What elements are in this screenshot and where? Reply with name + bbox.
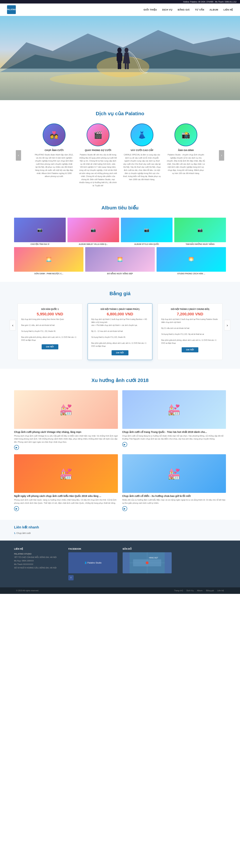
album-img-0: 📷 [14,218,66,242]
trend-arrow-co-dien[interactable]: ▶ [122,506,127,511]
service-circle-anh-gia-dinh: 📸 [175,123,197,146]
quick-links-section: Liên kết nhanh Chụp ảnh cưới [0,520,240,540]
trend-arrow-trung-quoc[interactable]: ▶ [122,442,127,447]
hotline-text: Hotline: Palatino: 09 3434: 374/489 - Ms… [183,1,237,3]
footer-phone1: Ms Nụy: 0904.158XXX [14,559,63,563]
pricing-prev-btn[interactable]: ‹ [10,320,16,331]
trend-title-han-quoc-style: Ngất ngây với phong cách chụp ảnh cưới k… [14,495,118,497]
footer-extra [177,548,226,580]
services-prev-btn[interactable]: ‹ [16,150,21,161]
price-desc-han-quoc-1: Đội chụp ảnh trong phim trường theo them… [21,318,79,342]
album-label-3: TAM ĐẢO NHỮNG NGÀY NẮNG [174,243,226,245]
nav-item-gioi-thieu[interactable]: GIỚI THIỆU [143,8,157,11]
facebook-btn[interactable]: f [68,575,74,580]
service-title-quay-phong-su-cuoi: QUAY PHONG SỰ CƯỚI [79,149,117,152]
price-amount-noi-thanh-2: 7,200,000 VND [161,312,219,316]
album-bottom-1[interactable]: 🌅 ĐÀ NẴNG NGÀY NẮNG ĐẸP [85,247,155,275]
price-card-han-quoc-1: GÓI HÀN QUỐC 1 5,950,000 VND Đội chụp ản… [18,303,82,360]
price-label-noi-thanh-2: GÓI NỘI THÀNH 2 (NGÀY CHUNG ĐÔI) [161,308,219,310]
footer-address2: SỐ 54 NGÕ 9 HOÀNG CẦU, ĐỐNG ĐA, HÀ NỘI [14,566,63,570]
logo-box: PALATINO [7,5,16,14]
price-btn-noi-thanh-2[interactable]: CHI TIẾT [182,347,198,352]
trend-arrow-vintage[interactable]: ▶ [14,445,19,450]
facebook-box[interactable]: 📘 Palatino Studio [68,552,117,574]
logo: PALATINO [7,5,16,14]
trend-img-han-quoc-style: 💒 [14,454,118,493]
footer-map: HÀNG BỘT [123,552,172,574]
trend-item-trung-quoc: 💒 Chụp ảnh cưới cổ trang Trung Quốc - Tr… [122,390,226,450]
footer-link-liên-hệ[interactable]: Liên hệ [217,589,224,592]
footer-link-album[interactable]: Album [197,589,203,592]
nav-menu: GIỚI THIỆUDỊCH VỤBẢNG GIÁTƯ VẤNALBUMLIÊN… [143,8,233,11]
album-label-b-0: SƠN OANH - PHIM NGƯỢC C... [14,273,83,275]
trends-title: Xu hướng ảnh cưới 2018 [14,377,226,383]
album-top-1[interactable]: 📷 ALBUM SMILEY VILLA HÀN Q... [68,218,119,245]
service-circle-quay-phong-su-cuoi: 🎬 [87,123,109,146]
footer: LIÊN HỆ PALATINO STUDIO YẾT TÔ CHỢ CỦA Đ… [0,540,240,587]
svg-rect-8 [117,53,119,61]
trend-desc-co-dien: Nhiều đôi của xu hướng đám cưới kiểu Mộc… [122,498,226,505]
price-label-han-quoc-1: GÓI HÀN QUỐC 1 [21,308,79,310]
service-desc-quay-phong-su-cuoi: Palatino Studio đề vết nhu cầu là đề tro… [79,153,117,187]
service-item-quay-phong-su-cuoi: 🎬 QUAY PHONG SỰ CƯỚI Palatino Studio đề … [79,123,117,187]
pricing-next-btn[interactable]: › [224,320,230,331]
album-img-1: 📷 [68,218,119,242]
album-img-2: 📷 [121,218,172,242]
studio-name: PALATINO STUDIO [14,553,31,555]
hero-svg [0,16,240,100]
price-btn-han-quoc-1[interactable]: CHI TIẾT [42,344,58,349]
footer-link-trang-chủ[interactable]: Trang chủ [174,589,183,592]
album-label-0: CHUYỆN TÌNH BA VÌ [14,243,66,245]
albums-section: Album tiêu biểu 📷 CHUYỆN TÌNH BA VÌ 📷 AL… [0,198,240,282]
album-label-2: ALBUM STYLE HÀN QUỐC [121,243,172,245]
footer-link-dịch-vụ[interactable]: Dịch Vụ [187,589,194,592]
album-top-2[interactable]: 📷 ALBUM STYLE HÀN QUỐC [121,218,172,245]
nav-item-album[interactable]: ALBUM [209,8,218,11]
service-title-anh-gia-dinh: ẢNH GIA ĐÌNH [166,149,205,152]
service-desc-vay-cuoi-cao-cap: CARALE SPECIAL là đơn vị cung cấp các dị… [123,153,161,181]
hero-banner [0,16,240,100]
service-title-chup-anh-cuoi: CHỤP ẢNH CƯỚI [35,149,74,152]
nav-item-lien-he[interactable]: LIÊN HỆ [223,8,233,11]
footer-grid: LIÊN HỆ PALATINO STUDIO YẾT TÔ CHỢ CỦA Đ… [14,548,226,580]
navigation: PALATINO GIỚI THIỆUDỊCH VỤBẢNG GIÁTƯ VẤN… [0,3,240,16]
pricing-title: Bảng giá [18,290,222,297]
services-next-btn[interactable]: › [219,150,224,161]
footer-bottom-links: Trang chủDịch VụAlbumBảng giáLiên hệ [174,589,224,592]
trend-desc-trung-quoc: Chụp ảnh cưới cổ trang đang là xu hướng … [122,434,226,441]
service-desc-anh-gia-dinh: Palatino Studio - chuyên chụp ảnh chuyên… [166,153,205,175]
album-bottom-2[interactable]: 🌅 STUDIO PHONG CÁCH HÀN ... [157,247,226,275]
price-label-noi-thanh-1: GÓI NỘI THÀNH 1 (NGÀY HẠNH PHÚC) [91,308,149,310]
svg-rect-11 [119,63,121,69]
logo-text: PALATINO [7,9,16,11]
trend-arrow-han-quoc-style[interactable]: ▶ [14,506,19,511]
trend-title-vintage: Chụp ảnh cưới phong cách Vintage nhẹ nhà… [14,431,118,433]
svg-point-5 [97,56,149,78]
album-top-0[interactable]: 📷 CHUYỆN TÌNH BA VÌ [14,218,66,245]
footer-contact-title: LIÊN HỆ [14,548,63,550]
quick-link-0[interactable]: Chụp ảnh cưới [14,532,226,534]
footer-facebook: FACEBOOK 📘 Palatino Studio f [68,548,117,580]
service-circle-chup-anh-cuoi: 💑 [43,123,65,146]
nav-item-bang-gia[interactable]: BẢNG GIÁ [178,8,190,11]
album-bottom-0[interactable]: 🌅 SƠN OANH - PHIM NGƯỢC C... [14,247,83,275]
pricing-grid: GÓI HÀN QUỐC 1 5,950,000 VND Đội chụp ản… [18,303,222,360]
nav-item-tu-van[interactable]: TƯ VẤN [195,8,204,11]
trend-item-vintage: 💒 Chụp ảnh cưới phong cách Vintage nhẹ n… [14,390,118,450]
trend-item-han-quoc-style: 💒 Ngất ngây với phong cách chụp ảnh cưới… [14,454,118,511]
footer-facebook-title: FACEBOOK [68,548,117,550]
price-amount-noi-thanh-1: 6,800,000 VND [91,312,149,316]
svg-rect-9 [120,53,122,61]
footer-link-bảng-giá[interactable]: Bảng giá [206,589,214,592]
copyright: © 2019 All rights reserved. [16,589,39,592]
trends-grid: 💒 Chụp ảnh cưới phong cách Vintage nhẹ n… [14,390,226,511]
price-btn-noi-thanh-1[interactable]: CHI TIẾT [112,350,128,355]
price-card-noi-thanh-2: GÓI NỘI THÀNH 2 (NGÀY CHUNG ĐÔI) 7,200,0… [158,303,222,360]
nav-item-dich-vu[interactable]: DỊCH VỤ [162,8,172,11]
service-circle-vay-cuoi-cao-cap: 👗 [131,123,153,146]
footer-social: f [68,575,117,580]
price-amount-han-quoc-1: 5,950,000 VND [21,312,79,316]
album-img-3: 📷 [174,218,226,242]
svg-point-19 [146,561,149,564]
album-top-3[interactable]: 📷 TAM ĐẢO NHỮNG NGÀY NẮNG [174,218,226,245]
